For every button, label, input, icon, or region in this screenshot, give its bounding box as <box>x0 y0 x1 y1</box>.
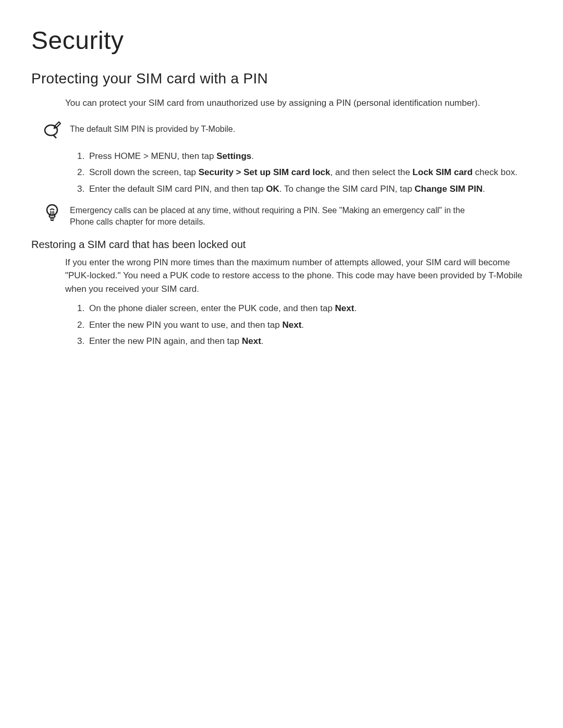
step-bold: Change SIM PIN <box>414 184 482 194</box>
subsection-heading: Restoring a SIM card that has been locke… <box>31 239 532 251</box>
note-text: The default SIM PIN is provided by T-Mob… <box>70 120 235 135</box>
step-text: check box. <box>473 167 518 177</box>
step-text: , and then select the <box>331 167 413 177</box>
note-row: The default SIM PIN is provided by T-Mob… <box>43 120 532 139</box>
section-protecting-sim: Protecting your SIM card with a PIN You … <box>31 70 532 228</box>
step-text: . <box>261 336 264 346</box>
subsection-intro: If you enter the wrong PIN more times th… <box>65 256 532 296</box>
step-item: Scroll down the screen, tap Security > S… <box>87 166 532 179</box>
step-text: . <box>483 184 485 194</box>
step-bold: Security > Set up SIM card lock <box>199 167 331 177</box>
section-restoring-sim: Restoring a SIM card that has been locke… <box>31 239 532 348</box>
step-bold: OK <box>266 184 279 194</box>
tip-text: Emergency calls can be placed at any tim… <box>70 204 476 228</box>
step-text: Enter the new PIN you want to use, and t… <box>89 320 282 330</box>
step-text: Enter the new PIN again, and then tap <box>89 336 242 346</box>
steps-list-1: Press HOME > MENU, then tap Settings. Sc… <box>76 150 532 196</box>
section-heading: Protecting your SIM card with a PIN <box>31 70 532 87</box>
page-title: Security <box>31 26 532 55</box>
tip-row: Emergency calls can be placed at any tim… <box>43 204 532 228</box>
step-text: . To change the SIM card PIN, tap <box>279 184 415 194</box>
step-text: . <box>251 151 254 161</box>
step-item: On the phone dialer screen, enter the PU… <box>87 302 532 315</box>
step-text: Press HOME > MENU, then tap <box>89 151 216 161</box>
step-bold: Next <box>242 336 261 346</box>
svg-point-0 <box>45 125 57 135</box>
step-text: On the phone dialer screen, enter the PU… <box>89 303 335 313</box>
step-bold: Lock SIM card <box>412 167 472 177</box>
step-text: Enter the default SIM card PIN, and then… <box>89 184 266 194</box>
section-intro: You can protect your SIM card from unaut… <box>65 96 532 110</box>
lightbulb-icon <box>43 204 62 223</box>
step-item: Press HOME > MENU, then tap Settings. <box>87 150 532 163</box>
step-bold: Settings <box>216 151 251 161</box>
step-text: Scroll down the screen, tap <box>89 167 199 177</box>
pen-note-icon <box>43 120 62 139</box>
step-item: Enter the new PIN you want to use, and t… <box>87 318 532 332</box>
step-item: Enter the new PIN again, and then tap Ne… <box>87 335 532 348</box>
step-item: Enter the default SIM card PIN, and then… <box>87 182 532 196</box>
step-text: . <box>354 303 357 313</box>
steps-list-2: On the phone dialer screen, enter the PU… <box>76 302 532 348</box>
step-bold: Next <box>335 303 354 313</box>
step-text: . <box>301 320 304 330</box>
step-bold: Next <box>282 320 301 330</box>
